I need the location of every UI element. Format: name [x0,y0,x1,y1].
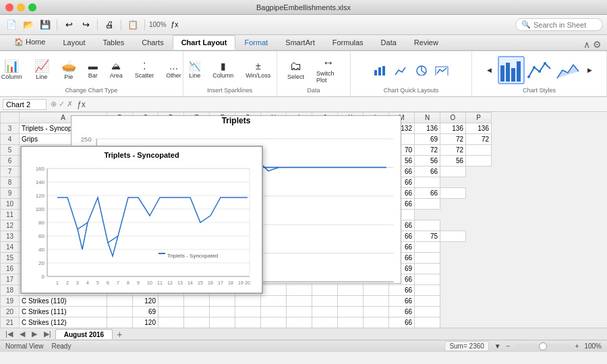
search-box[interactable]: 🔍 [515,18,603,31]
cell[interactable]: 136 [466,123,492,134]
tab-data[interactable]: Data [372,35,405,50]
cell[interactable] [261,296,287,307]
cell[interactable] [466,156,492,166]
redo-icon[interactable]: ↪ [78,18,93,32]
new-icon[interactable]: 📄 [4,18,19,32]
cell[interactable] [158,317,184,328]
cell[interactable] [415,296,440,307]
cell[interactable]: 72 [440,145,466,156]
cell[interactable]: C Strikes (111) [20,307,107,317]
tab-nav-next[interactable]: ▶ [29,329,40,339]
cell[interactable] [261,307,287,317]
cell[interactable] [415,253,440,264]
chart-style-2[interactable] [526,56,553,84]
zoom-handle[interactable] [539,342,547,351]
sparkline-line[interactable]: 📉 Line [184,59,205,81]
tab-nav-prev[interactable]: ◀ [17,329,28,339]
cell[interactable] [364,307,389,317]
cell[interactable] [184,317,210,328]
zoom-slider[interactable] [516,344,570,349]
cell[interactable] [235,317,261,328]
cell[interactable] [312,296,338,307]
tab-home[interactable]: 🏠 Home [5,34,54,50]
cell[interactable] [158,296,184,307]
cell[interactable] [107,317,133,328]
cell[interactable] [287,317,312,328]
chart-type-bar[interactable]: ▬ Bar [84,59,103,81]
cell[interactable] [415,177,440,188]
cell[interactable]: 72 [440,134,466,145]
cell[interactable]: C Strikes (112) [20,317,107,328]
cell[interactable]: 56 [440,156,466,166]
cell[interactable] [415,242,440,253]
prev-style-button[interactable]: ◀ [482,65,496,75]
tab-nav-last[interactable]: ▶| [41,329,54,339]
dropdown-icon[interactable]: ▼ [494,342,501,350]
switch-plot-button[interactable]: ↔ Switch Plot [312,55,345,86]
next-style-button[interactable]: ▶ [583,65,597,75]
name-box[interactable] [3,99,47,110]
undo-icon[interactable]: ↩ [61,18,76,32]
cell[interactable]: 66 [389,296,415,307]
table-row[interactable]: 19C Strikes (110)12066 [1,296,492,307]
window-controls[interactable] [5,3,36,11]
add-sheet-button[interactable]: + [117,329,122,340]
cell[interactable]: 66 [389,307,415,317]
chart-type-column[interactable]: 📊 Column [0,58,27,82]
col-header-n[interactable]: N [415,113,440,123]
cell[interactable] [415,264,440,274]
cell[interactable] [287,307,312,317]
cell[interactable] [415,317,440,328]
copy-icon[interactable]: 📋 [125,18,140,32]
col-header-o[interactable]: O [440,113,466,123]
cell[interactable]: 136 [440,123,466,134]
cell[interactable] [210,296,235,307]
cell[interactable] [338,296,364,307]
tab-nav-first[interactable]: |◀ [3,329,16,339]
zoom-slider-in[interactable]: + [575,342,579,350]
minimize-button[interactable] [17,3,25,11]
cell[interactable]: 72 [466,134,492,145]
cell[interactable] [261,317,287,328]
cell[interactable] [312,317,338,328]
close-button[interactable] [5,3,13,11]
chart-style-1[interactable] [498,56,525,84]
cell[interactable] [184,296,210,307]
table-row[interactable]: 21C Strikes (112)12066 [1,317,492,328]
cell[interactable] [415,220,440,231]
cell[interactable] [184,307,210,317]
tab-format[interactable]: Format [235,35,277,50]
select-data-button[interactable]: 🗂 Select [283,58,309,82]
cell[interactable] [440,188,466,199]
cell[interactable] [440,231,466,242]
save-icon[interactable]: 💾 [38,18,53,32]
zoom-slider-out[interactable]: − [507,342,511,350]
cell[interactable] [235,307,261,317]
sheet-tab-august[interactable]: August 2016 [55,329,113,339]
chart-type-pie[interactable]: 🥧 Pie [57,58,81,82]
tab-layout[interactable]: Layout [54,35,94,50]
maximize-button[interactable] [28,3,36,11]
cell[interactable] [210,317,235,328]
cell[interactable]: 75 [415,231,440,242]
quick-layout-3[interactable] [412,63,431,78]
tab-charts[interactable]: Charts [133,35,172,50]
open-icon[interactable]: 📂 [21,18,36,32]
cell[interactable]: 56 [415,156,440,166]
cell[interactable] [415,307,440,317]
cell[interactable]: 66 [415,188,440,199]
cell[interactable] [235,296,261,307]
cell[interactable]: 120 [133,317,158,328]
cell[interactable] [338,307,364,317]
chart-type-line[interactable]: 📈 Line [30,58,54,82]
cell[interactable] [312,307,338,317]
cell[interactable] [364,317,389,328]
tab-chart-layout[interactable]: Chart Layout [173,35,236,50]
syncopated-chart[interactable]: Triplets - Syncopated 160 140 120 1 [20,146,263,294]
quick-layout-1[interactable] [372,63,391,78]
col-header-p[interactable]: P [466,113,492,123]
cell[interactable] [415,199,440,210]
spreadsheet-scroll[interactable]: A B C D E F G H I J K L M N O P [0,112,607,328]
chart-type-area[interactable]: ⛰ Area [105,59,127,81]
cell[interactable] [466,145,492,156]
